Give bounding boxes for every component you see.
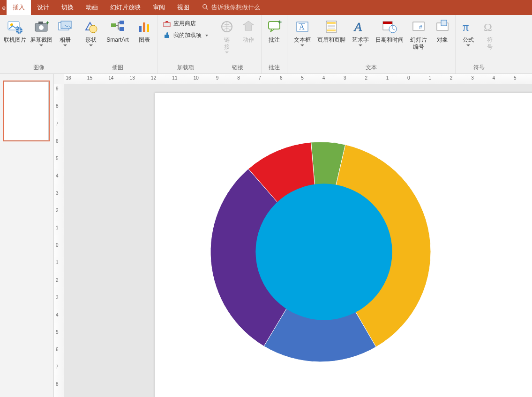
group-links-label: 链接 [216, 63, 259, 74]
shapes-icon [83, 19, 99, 35]
header-footer-icon [323, 19, 339, 35]
tabs-bar: e 插入 设计 切换 动画 幻灯片放映 审阅 视图 告诉我你想做什么 [0, 0, 532, 15]
svg-rect-39 [413, 22, 424, 30]
editor-area: 16151413121110987654321012345 9876543210… [0, 74, 532, 397]
svg-rect-16 [139, 26, 142, 32]
group-symbols: π 公式 Ω 符 号 符号 [456, 15, 502, 74]
svg-line-1 [206, 7, 208, 9]
chart-icon [136, 19, 152, 35]
store-icon [163, 20, 171, 28]
album-icon [57, 19, 73, 35]
svg-text:Ω: Ω [484, 21, 492, 33]
hyperlink-button: 链 接 [216, 17, 238, 53]
svg-rect-15 [120, 27, 124, 31]
camera-icon: + [33, 19, 49, 35]
group-symbols-label: 符号 [457, 63, 501, 74]
datetime-icon [382, 19, 397, 35]
svg-rect-17 [143, 22, 145, 32]
store-button[interactable]: 应用商店 [162, 19, 209, 29]
ruler-corner [54, 74, 64, 84]
group-illustrations-label: 插图 [80, 63, 155, 74]
comment-icon: + [266, 19, 282, 35]
ruler-horizontal: 16151413121110987654321012345 [64, 74, 532, 84]
album-button[interactable]: 相册 [54, 17, 76, 51]
shapes-button[interactable]: 形状 [80, 17, 102, 51]
svg-text:+: + [278, 19, 282, 26]
tab-insert[interactable]: 插入 [7, 0, 31, 15]
smartart-icon [110, 19, 126, 35]
equation-button[interactable]: π 公式 [457, 17, 479, 51]
ruler-vertical: 987654321012345678 [54, 84, 64, 397]
tell-me-search[interactable]: 告诉我你想做什么 [195, 0, 260, 15]
tab-design[interactable]: 设计 [31, 0, 55, 15]
datetime-button[interactable]: 日期和时间 [374, 17, 405, 51]
group-comments: + 批注 批注 [262, 15, 287, 74]
svg-rect-11 [61, 21, 71, 29]
svg-text:#: # [419, 24, 422, 30]
wordart-button[interactable]: A 艺术字 [347, 17, 374, 51]
group-links: 链 接 动作 链接 [214, 15, 262, 74]
globe-picture-icon [7, 19, 23, 35]
svg-rect-7 [38, 22, 43, 24]
group-comments-label: 批注 [263, 63, 285, 74]
svg-rect-29 [327, 29, 336, 31]
svg-text:π: π [463, 20, 469, 34]
svg-text:A: A [299, 23, 305, 31]
tab-view[interactable]: 视图 [171, 0, 195, 15]
action-button: 动作 [238, 17, 259, 51]
equation-icon: π [460, 19, 476, 35]
search-icon [202, 4, 209, 12]
action-icon [240, 19, 256, 35]
group-images-label: 图像 [2, 63, 76, 74]
object-button[interactable]: 对象 [432, 17, 453, 51]
svg-rect-19 [164, 22, 170, 27]
symbol-icon: Ω [482, 19, 498, 35]
svg-rect-13 [111, 23, 116, 27]
group-addins: 应用商店 我的加载项 加载项 [157, 15, 214, 74]
slide-thumbnails-pane[interactable] [0, 74, 54, 397]
tab-review[interactable]: 审阅 [147, 0, 171, 15]
hyperlink-icon [219, 19, 235, 35]
svg-rect-42 [441, 20, 447, 26]
symbol-button: Ω 符 号 [479, 17, 501, 51]
pie-chart[interactable] [208, 140, 433, 364]
group-images: 联机图片 + 屏幕截图 相册 图像 [0, 15, 78, 74]
svg-rect-14 [120, 21, 124, 24]
group-addins-label: 加载项 [159, 63, 212, 74]
header-footer-button[interactable]: 页眉和页脚 [315, 17, 347, 51]
wordart-icon: A [352, 19, 368, 35]
smartart-button[interactable]: SmartArt [102, 17, 134, 51]
slide-number-button[interactable]: # 幻灯片 编号 [405, 17, 432, 51]
svg-marker-21 [243, 21, 254, 30]
chart-button[interactable]: 图表 [134, 17, 155, 51]
addin-icon [163, 32, 171, 39]
slide-canvas[interactable] [155, 93, 532, 397]
slide-thumbnail-1[interactable] [4, 81, 49, 140]
svg-text:+: + [46, 20, 49, 26]
object-icon [435, 19, 450, 35]
svg-point-12 [90, 25, 97, 33]
svg-point-0 [203, 4, 207, 8]
ribbon: 联机图片 + 屏幕截图 相册 图像 形状 [0, 15, 532, 74]
textbox-button[interactable]: A 文本框 [289, 17, 315, 51]
screenshot-button[interactable]: + 屏幕截图 [28, 17, 54, 51]
tab-slideshow[interactable]: 幻灯片放映 [104, 0, 147, 15]
my-addins-button[interactable]: 我的加载项 [162, 30, 209, 40]
svg-rect-35 [383, 22, 392, 24]
online-pictures-button[interactable]: 联机图片 [2, 17, 28, 51]
store-label: 应用商店 [173, 20, 196, 28]
group-illustrations: 形状 SmartArt 图表 插图 [78, 15, 157, 74]
group-text-label: 文本 [289, 63, 453, 74]
pie-inner-disc[interactable] [255, 184, 392, 320]
tab-transition[interactable]: 切换 [55, 0, 80, 15]
svg-rect-28 [327, 22, 336, 24]
my-addins-label: 我的加载项 [173, 31, 202, 39]
comment-button[interactable]: + 批注 [263, 17, 285, 51]
group-text: A 文本框 页眉和页脚 A 艺术字 日期和时间 [287, 15, 456, 74]
tab-animation[interactable]: 动画 [80, 0, 104, 15]
slide-canvas-wrap: 16151413121110987654321012345 9876543210… [54, 74, 532, 397]
tell-me-placeholder: 告诉我你想做什么 [211, 3, 260, 12]
svg-point-8 [39, 25, 44, 30]
svg-text:A: A [353, 20, 362, 34]
tab-file-stub[interactable]: e [0, 0, 7, 15]
